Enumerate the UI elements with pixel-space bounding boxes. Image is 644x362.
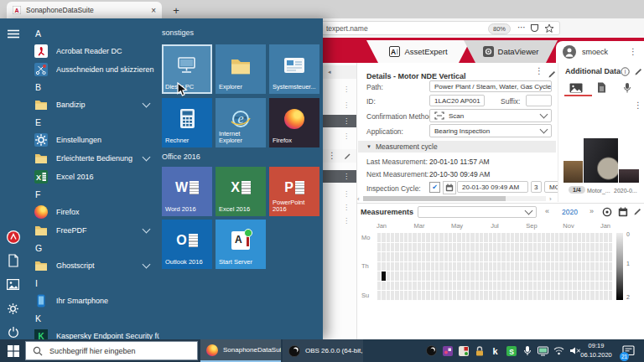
photo-thumb-right[interactable]: [619, 169, 639, 183]
start-app-erleichterte-bedienung[interactable]: Erleichterte Bedienung: [25, 149, 159, 168]
heatmap-cell[interactable]: [413, 282, 416, 291]
heatmap-cell[interactable]: [489, 282, 492, 291]
heatmap-cell[interactable]: [559, 233, 563, 242]
heatmap-cell[interactable]: [408, 243, 412, 252]
heatmap-cell[interactable]: [418, 252, 421, 261]
heatmap-cell[interactable]: [387, 233, 390, 242]
pocket-shield-icon[interactable]: [530, 23, 539, 34]
heatmap-cell[interactable]: [382, 243, 385, 252]
kebab-icon[interactable]: ⋮: [343, 204, 350, 211]
heatmap-cell[interactable]: [493, 272, 496, 281]
heatmap-cell[interactable]: [466, 252, 470, 261]
tree-row[interactable]: ⋮: [323, 189, 356, 199]
heatmap-cell[interactable]: [475, 252, 479, 261]
heatmap-cell[interactable]: [475, 233, 479, 242]
tab-close-button[interactable]: ×: [151, 6, 156, 15]
heatmap-cell[interactable]: [404, 282, 408, 291]
confirmation-method-select[interactable]: Scan: [429, 109, 552, 122]
heatmap-cell[interactable]: [582, 272, 585, 281]
chevron-down-icon[interactable]: [143, 261, 151, 269]
heatmap-cell[interactable]: [609, 243, 612, 252]
heatmap-cell[interactable]: [382, 233, 385, 242]
heatmap-cell[interactable]: [511, 282, 514, 291]
heatmap-cell[interactable]: [387, 291, 390, 300]
heatmap-cell[interactable]: [520, 262, 523, 272]
heatmap-cell[interactable]: [595, 282, 599, 291]
taskbar-search-box[interactable]: Suchbegriff hier eingeben: [25, 341, 198, 360]
heatmap-cell[interactable]: [489, 233, 492, 242]
chevron-down-icon[interactable]: [143, 100, 151, 108]
bookmark-star-icon[interactable]: [544, 23, 554, 35]
heatmap-cell[interactable]: [595, 262, 599, 272]
heatmap-cell[interactable]: [404, 262, 408, 272]
heatmap-cell[interactable]: [609, 262, 612, 272]
heatmap-cell[interactable]: [533, 233, 537, 242]
heatmap-cell[interactable]: [480, 243, 483, 252]
heatmap-cell[interactable]: [422, 262, 425, 272]
heatmap-cell[interactable]: [542, 272, 545, 281]
heatmap-cell[interactable]: [538, 262, 541, 272]
heatmap-cell[interactable]: [609, 252, 612, 261]
audio-tab-icon[interactable]: [623, 82, 631, 94]
heatmap-cell[interactable]: [515, 243, 518, 252]
heatmap-cell[interactable]: [578, 291, 581, 300]
clock[interactable]: 09:19 06.10.2020: [577, 341, 615, 359]
heatmap-cell[interactable]: [395, 291, 398, 300]
heatmap-cell[interactable]: [475, 272, 479, 281]
heatmap-cell[interactable]: [400, 233, 403, 242]
heatmap-cell[interactable]: [524, 291, 527, 300]
heatmap-cell[interactable]: [470, 252, 474, 261]
heatmap-cell[interactable]: [515, 233, 518, 242]
heatmap-cell[interactable]: [497, 252, 501, 261]
heatmap-cell[interactable]: [590, 252, 594, 261]
tile-firefox[interactable]: Firefox: [269, 98, 319, 147]
heatmap-cell[interactable]: [377, 233, 381, 242]
user-card[interactable]: smoeck ⋮: [556, 41, 644, 63]
heatmap-cell[interactable]: [449, 243, 452, 252]
tile-excel-2016[interactable]: XExcel 2016: [216, 167, 266, 216]
heatmap-cell[interactable]: [480, 233, 483, 242]
heatmap-cell[interactable]: [582, 291, 585, 300]
heatmap-cell[interactable]: [413, 272, 416, 281]
heatmap-cell[interactable]: [435, 233, 439, 242]
heatmap-cell[interactable]: [493, 262, 496, 272]
heatmap-cell[interactable]: [578, 233, 581, 242]
heatmap-cell[interactable]: [470, 282, 474, 291]
heatmap-cell[interactable]: [457, 233, 460, 242]
heatmap-cell[interactable]: [542, 282, 545, 291]
heatmap-cell[interactable]: [573, 272, 576, 281]
heatmap-cell[interactable]: [595, 252, 599, 261]
heatmap-cell[interactable]: [542, 252, 545, 261]
heatmap-cell[interactable]: [387, 262, 390, 272]
heatmap-cell[interactable]: [470, 262, 474, 272]
heatmap-cell[interactable]: [404, 243, 408, 252]
kebab-icon[interactable]: ⋮: [343, 133, 350, 140]
start-letter-g[interactable]: G: [25, 240, 159, 256]
heatmap-cell[interactable]: [542, 291, 545, 300]
heatmap-cell[interactable]: [524, 262, 527, 272]
measurements-heatmap-grid[interactable]: [377, 233, 612, 300]
heatmap-cell[interactable]: [511, 233, 514, 242]
heatmap-cell[interactable]: [431, 252, 434, 261]
heatmap-cell[interactable]: [439, 282, 443, 291]
heatmap-cell[interactable]: [462, 291, 465, 300]
tree-row[interactable]: ⋮: [323, 202, 356, 213]
start-letter-e[interactable]: E: [25, 114, 159, 131]
heatmap-cell[interactable]: [435, 243, 439, 252]
heatmap-cell[interactable]: [377, 243, 381, 252]
heatmap-cell[interactable]: [578, 243, 581, 252]
start-app-firefox[interactable]: Firefox: [25, 203, 159, 221]
heatmap-cell[interactable]: [590, 282, 594, 291]
heatmap-cell[interactable]: [475, 262, 479, 272]
heatmap-cell[interactable]: [466, 272, 470, 281]
heatmap-cell[interactable]: [582, 243, 585, 252]
heatmap-cell[interactable]: [564, 262, 568, 272]
heatmap-cell[interactable]: [524, 243, 527, 252]
heatmap-cell[interactable]: [444, 252, 448, 261]
heatmap-cell[interactable]: [391, 243, 394, 252]
collapse-icon[interactable]: ◂: [328, 69, 331, 75]
kebab-icon[interactable]: ⋮: [343, 173, 350, 180]
kebab-icon[interactable]: ⋮: [343, 118, 350, 125]
heatmap-cell[interactable]: [400, 272, 403, 281]
heatmap-cell[interactable]: [506, 282, 510, 291]
